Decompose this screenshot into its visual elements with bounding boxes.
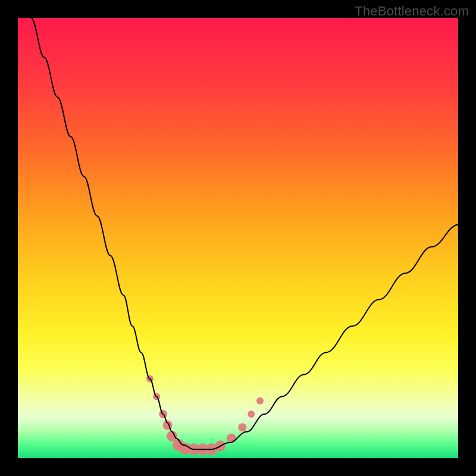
plot-area: [18, 18, 458, 458]
chart-frame: TheBottleneck.com: [0, 0, 476, 476]
highlight-marker: [256, 397, 264, 405]
highlight-marker: [238, 423, 246, 431]
highlight-marker: [248, 411, 255, 418]
bottleneck-curve: [31, 18, 458, 449]
highlight-marker: [163, 421, 173, 430]
watermark-text: TheBottleneck.com: [355, 4, 469, 19]
curve-layer: [18, 18, 458, 458]
highlight-marker: [227, 434, 236, 443]
